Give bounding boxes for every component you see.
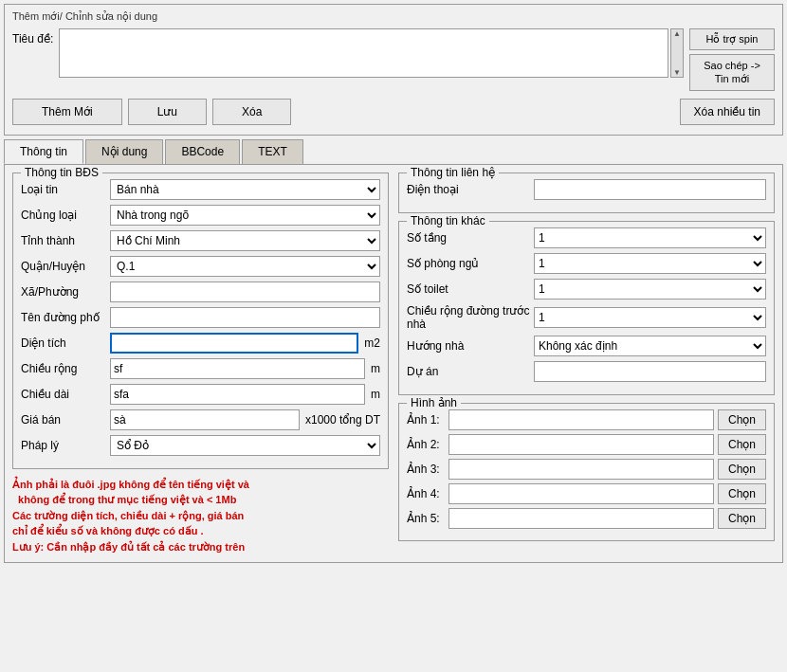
- so-phong-ngu-label: Số phòng ngủ: [407, 257, 530, 270]
- anh3-chon-button[interactable]: Chọn: [718, 459, 766, 480]
- so-tang-row: Số tầng 12345: [407, 227, 766, 248]
- left-col: Thông tin BĐS Loại tin Bán nhà Cho thuê …: [12, 173, 389, 555]
- so-toilet-label: Số toilet: [407, 282, 530, 296]
- tieude-wrapper: ▲ ▼: [59, 28, 684, 78]
- top-section: Thêm mới/ Chỉnh sửa nội dung Tiêu đề: ▲ …: [4, 4, 783, 136]
- tab-thongtin[interactable]: Thông tin: [4, 139, 83, 164]
- so-tang-select[interactable]: 12345: [534, 227, 766, 248]
- anh2-chon-button[interactable]: Chọn: [718, 434, 766, 455]
- contact-group: Thông tin liên hệ Điện thoại: [398, 173, 775, 213]
- tinh-thanh-label: Tỉnh thành: [21, 234, 106, 247]
- tieude-label: Tiêu đề:: [12, 28, 53, 45]
- scroll-down-icon[interactable]: ▼: [673, 68, 681, 77]
- tieude-scrollbar: ▲ ▼: [670, 28, 684, 78]
- so-toilet-row: Số toilet 123: [407, 279, 766, 300]
- so-toilet-select[interactable]: 123: [534, 279, 766, 300]
- dien-thoai-label: Điện thoại: [407, 183, 530, 196]
- anh4-label: Ảnh 4:: [407, 487, 445, 500]
- xa-phuong-label: Xã/Phường: [21, 285, 106, 299]
- xoa-button[interactable]: Xóa: [212, 99, 291, 125]
- scroll-up-icon[interactable]: ▲: [673, 29, 681, 38]
- saochep-button[interactable]: Sao chép -> Tin mới: [689, 54, 775, 91]
- phap-ly-row: Pháp lý Sổ Đỏ Sổ Hồng Giấy tờ khác: [21, 435, 380, 456]
- xoa-nhieu-tin-button[interactable]: Xóa nhiều tin: [680, 99, 775, 125]
- anh2-input[interactable]: [448, 434, 714, 455]
- dien-tich-label: Diện tích: [21, 336, 106, 350]
- anh5-chon-button[interactable]: Chọn: [718, 508, 766, 529]
- xa-phuong-input[interactable]: [110, 282, 380, 302]
- dien-tich-row: Diện tích m2: [21, 333, 380, 354]
- them-moi-button[interactable]: Thêm Mới: [12, 99, 122, 125]
- phap-ly-label: Pháp lý: [21, 439, 106, 452]
- tab-text[interactable]: TEXT: [242, 139, 303, 164]
- loai-tin-label: Loại tin: [21, 183, 106, 196]
- ten-duong-row: Tên đường phố: [21, 307, 380, 328]
- so-phong-ngu-select[interactable]: 1234: [534, 253, 766, 274]
- chieu-rong-input[interactable]: [110, 358, 365, 379]
- gia-ban-input[interactable]: [110, 409, 300, 430]
- warning-line1: Ảnh phải là đuôi .jpg không để tên tiếng…: [12, 477, 389, 493]
- chieu-dai-label: Chiều dài: [21, 388, 106, 401]
- tieude-textarea[interactable]: [59, 28, 668, 78]
- anh4-chon-button[interactable]: Chọn: [718, 483, 766, 504]
- warning-section: Ảnh phải là đuôi .jpg không để tên tiếng…: [12, 477, 389, 555]
- image-group-title: Hình ảnh: [407, 396, 461, 409]
- warning-line3: Các trường diện tích, chiều dài + rộng, …: [12, 508, 389, 524]
- huong-nha-label: Hướng nhà: [407, 339, 530, 353]
- anh5-row: Ảnh 5: Chọn: [407, 508, 766, 529]
- chieu-rong-row: Chiều rộng m: [21, 358, 380, 379]
- anh5-label: Ảnh 5:: [407, 512, 445, 525]
- chieu-rong-duong-select[interactable]: 123456: [534, 307, 766, 328]
- tinh-thanh-row: Tỉnh thành Hồ Chí Minh Hà Nội Đà Nẵng: [21, 230, 380, 251]
- anh1-input[interactable]: [448, 409, 714, 430]
- loai-tin-select[interactable]: Bán nhà Cho thuê Cần mua: [110, 179, 380, 200]
- tinh-thanh-select[interactable]: Hồ Chí Minh Hà Nội Đà Nẵng: [110, 230, 380, 251]
- content-cols: Thông tin BĐS Loại tin Bán nhà Cho thuê …: [12, 173, 775, 555]
- top-section-title: Thêm mới/ Chỉnh sửa nội dung: [12, 10, 775, 23]
- hotro-spin-button[interactable]: Hỗ trợ spin: [689, 28, 775, 50]
- chieu-rong-duong-row: Chiều rộng đường trước nhà 123456: [407, 304, 766, 331]
- tab-content: Thông tin BĐS Loại tin Bán nhà Cho thuê …: [4, 164, 783, 564]
- warning-line2: không để trong thư mục tiếng việt và < 1…: [12, 492, 389, 508]
- anh1-chon-button[interactable]: Chọn: [718, 409, 766, 430]
- du-an-input[interactable]: [534, 361, 766, 382]
- anh4-input[interactable]: [448, 483, 714, 504]
- anh5-input[interactable]: [448, 508, 714, 529]
- dien-tich-input[interactable]: [110, 333, 358, 354]
- chieu-rong-duong-label: Chiều rộng đường trước nhà: [407, 304, 530, 331]
- warning-line4: chỉ để kiểu số và không được có dấu .: [12, 523, 389, 539]
- quan-huyen-select[interactable]: Q.1 Q.2 Q.3: [110, 256, 380, 277]
- du-an-label: Dự án: [407, 365, 530, 378]
- phap-ly-select[interactable]: Sổ Đỏ Sổ Hồng Giấy tờ khác: [110, 435, 380, 456]
- gia-ban-row: Giá bán x1000 tổng DT: [21, 409, 380, 430]
- ten-duong-label: Tên đường phố: [21, 311, 106, 324]
- chieu-dai-input[interactable]: [110, 384, 365, 405]
- anh1-label: Ảnh 1:: [407, 413, 445, 427]
- huong-nha-row: Hướng nhà Không xác định ĐôngTâyNamBắc: [407, 336, 766, 356]
- chieu-rong-label: Chiều rộng: [21, 362, 106, 375]
- chung-loai-label: Chủng loại: [21, 209, 106, 222]
- luu-button[interactable]: Lưu: [128, 99, 207, 125]
- dien-tich-suffix: m2: [364, 336, 380, 350]
- dien-thoai-row: Điện thoại: [407, 179, 766, 200]
- tab-bbcode[interactable]: BBCode: [165, 139, 240, 164]
- anh3-input[interactable]: [448, 459, 714, 480]
- so-tang-label: Số tầng: [407, 231, 530, 245]
- so-phong-ngu-row: Số phòng ngủ 1234: [407, 253, 766, 274]
- anh3-row: Ảnh 3: Chọn: [407, 459, 766, 480]
- chung-loai-select[interactable]: Nhà trong ngõ Nhà mặt phố Căn hộ: [110, 205, 380, 226]
- dien-thoai-input[interactable]: [534, 179, 766, 200]
- ten-duong-input[interactable]: [110, 307, 380, 328]
- right-col: Thông tin liên hệ Điện thoại Thông tin k…: [398, 173, 775, 555]
- tab-noidung[interactable]: Nội dung: [85, 139, 163, 164]
- huong-nha-select[interactable]: Không xác định ĐôngTâyNamBắc: [534, 336, 766, 356]
- chieu-dai-suffix: m: [371, 388, 380, 401]
- other-group: Thông tin khác Số tầng 12345 Số phòng ng…: [398, 221, 775, 395]
- anh4-row: Ảnh 4: Chọn: [407, 483, 766, 504]
- tab-noidung-label: Nội dung: [101, 145, 147, 158]
- tab-text-label: TEXT: [258, 145, 287, 158]
- chieu-dai-row: Chiều dài m: [21, 384, 380, 405]
- chung-loai-row: Chủng loại Nhà trong ngõ Nhà mặt phố Căn…: [21, 205, 380, 226]
- du-an-row: Dự án: [407, 361, 766, 382]
- contact-group-title: Thông tin liên hệ: [407, 166, 499, 179]
